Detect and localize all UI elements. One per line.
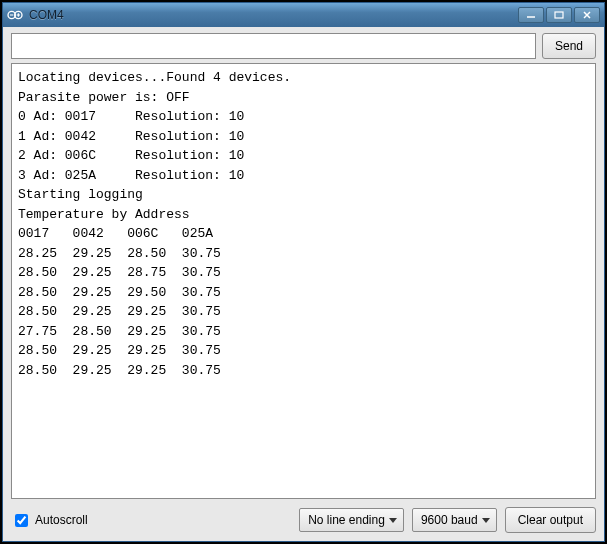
bottom-bar: Autoscroll No line ending 9600 baud Clea… [3,503,604,541]
send-toolbar: Send [3,27,604,63]
titlebar[interactable]: COM4 [3,3,604,27]
autoscroll-label: Autoscroll [35,513,88,527]
close-button[interactable] [574,7,600,23]
baud-select[interactable]: 9600 baud [412,508,497,532]
send-input[interactable] [11,33,536,59]
serial-monitor-window: COM4 Send Locating devices...Found 4 dev… [2,2,605,542]
line-ending-value: No line ending [308,513,385,527]
maximize-button[interactable] [546,7,572,23]
baud-value: 9600 baud [421,513,478,527]
send-button[interactable]: Send [542,33,596,59]
window-controls [518,7,600,23]
svg-rect-6 [555,12,563,18]
arduino-icon [7,7,23,23]
minimize-button[interactable] [518,7,544,23]
clear-output-button[interactable]: Clear output [505,507,596,533]
autoscroll-checkbox[interactable] [15,514,28,527]
window-title: COM4 [29,8,518,22]
line-ending-select[interactable]: No line ending [299,508,404,532]
autoscroll-checkbox-wrap[interactable]: Autoscroll [11,511,291,530]
console-output[interactable]: Locating devices...Found 4 devices. Para… [11,63,596,499]
